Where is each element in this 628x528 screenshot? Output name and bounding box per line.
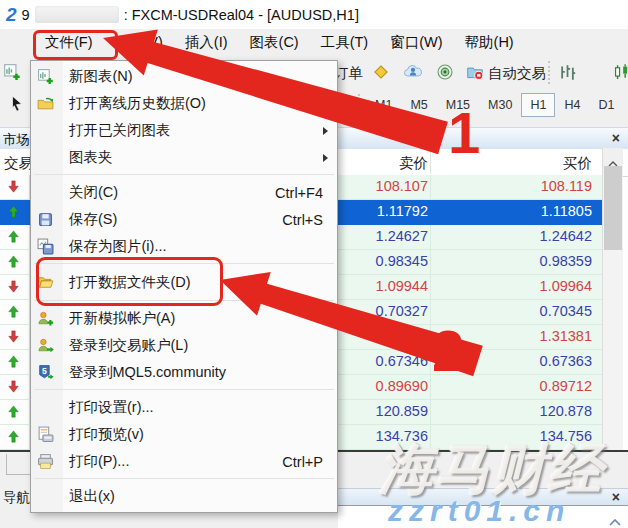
close-icon[interactable]: × <box>612 488 620 506</box>
column-divider <box>430 151 431 174</box>
navigator-title: 导航 <box>3 489 30 507</box>
folder-history-icon <box>37 95 57 112</box>
file-menu-item-13[interactable]: 5登录到MQL5.community <box>31 359 337 386</box>
trend-down-icon <box>6 329 21 348</box>
file-menu-item-12[interactable]: 登录到交易账户(L) <box>31 332 337 359</box>
file-menu-item-19[interactable]: 退出(x) <box>31 483 337 510</box>
trend-up-icon <box>6 304 21 323</box>
menu-item-shortcut: Ctrl+F4 <box>275 185 323 201</box>
print-preview-icon <box>37 426 57 443</box>
title-bar: 2 9 : FXCM-USDReal04 - [AUDUSD,H1] <box>0 0 628 29</box>
file-menu-item-6[interactable]: 保存(S)Ctrl+S <box>31 206 337 233</box>
file-menu-item-5[interactable]: 关闭(C)Ctrl+F4 <box>31 179 337 206</box>
column-divider <box>430 275 431 299</box>
no-icon <box>37 399 57 416</box>
sell-price: 1.24627 <box>338 228 428 244</box>
market-watch-title: 市场报价 <box>3 131 30 149</box>
file-menu-item-17[interactable]: 打印(P)...Ctrl+P <box>31 448 337 475</box>
sell-price: 0.67346 <box>338 353 428 369</box>
printer-icon <box>37 453 57 470</box>
column-divider <box>430 350 431 374</box>
symbol-column-header[interactable]: 交易品种 <box>4 154 30 173</box>
timeframe-button-W1[interactable]: W1 <box>623 93 628 117</box>
timeframe-button-D1[interactable]: D1 <box>589 93 623 117</box>
timeframe-button-H4[interactable]: H4 <box>555 93 589 117</box>
timeframe-button-H1[interactable]: H1 <box>521 93 555 117</box>
mt4-logo-icon: 2 <box>6 5 17 24</box>
scrollbar-thumb[interactable] <box>604 166 622 250</box>
toolbar-grip[interactable] <box>548 61 552 84</box>
buy-price: 1.24642 <box>432 228 592 244</box>
metaeditor-icon[interactable] <box>372 63 390 85</box>
sell-column-header[interactable]: 卖价 <box>338 154 428 173</box>
file-menu-item-15[interactable]: 打印设置(r)... <box>31 394 337 421</box>
file-menu-item-0[interactable]: 新图表(N) <box>31 63 337 90</box>
scroll-up-icon[interactable] <box>609 512 621 528</box>
menubar-item-4[interactable]: 工具(T) <box>310 30 380 55</box>
community-icon[interactable] <box>404 63 422 85</box>
trend-up-icon <box>6 204 21 223</box>
column-divider <box>430 375 431 399</box>
menu-separator <box>34 174 334 175</box>
file-menu-item-1[interactable]: 打开离线历史数据(O) <box>31 90 337 117</box>
new-order-button[interactable]: 订单 <box>334 64 363 83</box>
new-chart-toolbar-icon[interactable] <box>3 63 21 85</box>
floppy-picture-icon <box>37 238 57 255</box>
menu-item-label: 保存为图片(i)... <box>69 237 166 256</box>
file-menu-item-7[interactable]: 保存为图片(i)... <box>31 233 337 260</box>
menu-item-label: 开新模拟帐户(A) <box>69 309 175 328</box>
close-icon[interactable]: × <box>612 129 620 147</box>
menu-item-label: 保存(S) <box>69 210 117 229</box>
toolbar-grip[interactable] <box>358 94 362 117</box>
trend-up-icon <box>6 254 21 273</box>
signals-icon[interactable] <box>436 63 454 85</box>
buy-price: 1.09964 <box>432 278 592 294</box>
menubar-item-6[interactable]: 帮助(H) <box>454 30 525 55</box>
autotrading-icon[interactable] <box>466 63 484 85</box>
annotation-step-1: 1 <box>448 104 480 162</box>
trend-up-icon <box>6 429 21 448</box>
menu-item-label: 登录到MQL5.community <box>69 363 226 382</box>
menu-item-label: 打印设置(r)... <box>69 398 154 417</box>
chevron-down-icon[interactable] <box>344 103 352 108</box>
sell-price: 108.107 <box>338 178 428 194</box>
file-menu-item-3[interactable]: 图表夹 <box>31 144 337 171</box>
autotrading-button[interactable]: 自动交易 <box>488 64 546 83</box>
file-menu-item-16[interactable]: 打印预览(v) <box>31 421 337 448</box>
menubar-item-2[interactable]: 插入(I) <box>174 30 239 55</box>
menu-item-label: 打印(P)... <box>69 452 129 471</box>
column-divider <box>430 175 431 199</box>
watermark-site: zzrt01.cn <box>388 494 570 528</box>
file-menu-item-11[interactable]: 开新模拟帐户(A) <box>31 305 337 332</box>
window-title: : FXCM-USDReal04 - [AUDUSD,H1] <box>124 7 359 23</box>
menu-item-label: 图表夹 <box>69 148 113 167</box>
svg-text:5: 5 <box>42 366 47 376</box>
menubar-item-5[interactable]: 窗口(W) <box>379 30 453 55</box>
user-login-icon <box>37 337 57 354</box>
column-divider <box>430 325 431 349</box>
candlestick-icon[interactable] <box>612 63 628 86</box>
submenu-arrow-icon <box>323 127 328 135</box>
scrollbar[interactable] <box>602 148 623 450</box>
annotation-box-file-menu <box>33 30 118 60</box>
menu-item-label: 新图表(N) <box>69 67 133 86</box>
timeframe-button-M5[interactable]: M5 <box>401 93 436 117</box>
file-menu-item-2[interactable]: 打开已关闭图表 <box>31 117 337 144</box>
bar-chart-icon[interactable] <box>558 63 577 86</box>
menu-item-shortcut: Ctrl+P <box>282 454 323 470</box>
timeframe-button-M1[interactable]: M1 <box>366 93 401 117</box>
menubar-item-3[interactable]: 图表(C) <box>239 30 310 55</box>
blurred-account-patch <box>35 6 119 23</box>
submenu-arrow-icon <box>323 154 328 162</box>
mql5-icon: 5 <box>37 364 57 381</box>
cursor-icon[interactable] <box>8 95 26 117</box>
sell-price: 0.89690 <box>338 378 428 394</box>
menu-item-label: 关闭(C) <box>69 183 118 202</box>
trend-down-icon <box>6 279 21 298</box>
annotation-box-data-folder <box>36 257 223 306</box>
timeframe-button-M30[interactable]: M30 <box>479 93 521 117</box>
menu-item-label: 打开已关闭图表 <box>69 121 171 140</box>
column-divider <box>430 300 431 324</box>
timeframe-bar: M1M5M15M30H1H4D1W1 <box>366 93 628 117</box>
menu-item-shortcut: Ctrl+S <box>282 212 323 228</box>
